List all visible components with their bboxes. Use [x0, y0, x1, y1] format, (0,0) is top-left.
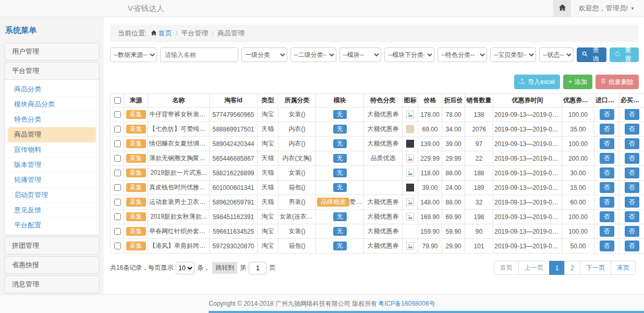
- coupon-amount-cell: 200.00: [562, 151, 594, 166]
- sidebar-item-user-management[interactable]: 用户管理: [4, 43, 100, 61]
- jump-prefix: 第: [240, 263, 246, 272]
- must-buy-toggle[interactable]: 否: [625, 109, 639, 120]
- breadcrumb-home-link[interactable]: 首页: [151, 29, 172, 38]
- row-checkbox[interactable]: [114, 111, 121, 118]
- coupon-amount-cell: 30.00: [562, 166, 594, 180]
- row-checkbox[interactable]: [114, 140, 121, 147]
- refresh-icon: [615, 51, 621, 58]
- import-select-toggle[interactable]: 否: [600, 167, 614, 178]
- import-select-toggle[interactable]: 否: [600, 240, 614, 251]
- jump-to-button[interactable]: 跳转到: [212, 262, 237, 274]
- pagination-bar: 共16条记录，每页显示 10 条， 跳转到 第 页 首页上一页12下一页末页: [110, 261, 639, 275]
- icp-link[interactable]: 粤ICP备16098006号: [378, 299, 435, 308]
- page-button[interactable]: 首页: [494, 261, 519, 275]
- module-none-badge: 无: [333, 212, 347, 221]
- import-select-toggle[interactable]: 否: [600, 211, 614, 222]
- horizontal-scrollbar[interactable]: [209, 311, 644, 313]
- must-buy-toggle[interactable]: 否: [625, 211, 639, 222]
- row-checkbox[interactable]: [114, 213, 121, 220]
- sidebar-submenu-item[interactable]: 宣传物料: [5, 142, 99, 158]
- sidebar-item[interactable]: 消息管理: [4, 275, 100, 293]
- sidebar-submenu-item[interactable]: 版本管理: [5, 158, 99, 173]
- table-row: 采集牛仔背带裤女秋装减龄...577479560965淘宝女装()无大额优惠券1…: [111, 107, 644, 122]
- jump-page-input[interactable]: [249, 262, 266, 274]
- name-cell: 2019新款女秋薄款...: [148, 210, 210, 224]
- data-source-select[interactable]: --数据来源--: [110, 47, 157, 62]
- sidebar-submenu-item[interactable]: 商品管理: [8, 127, 96, 142]
- page-button[interactable]: 下一页: [580, 261, 611, 275]
- sidebar-submenu-item[interactable]: 意见反馈: [5, 203, 99, 218]
- source-badge: 采集: [126, 168, 146, 177]
- must-buy-toggle[interactable]: 否: [625, 153, 639, 164]
- must-buy-toggle[interactable]: 否: [625, 182, 639, 193]
- add-button-label: 添加: [575, 78, 587, 87]
- import-select-toggle[interactable]: 否: [600, 182, 614, 193]
- sidebar-item[interactable]: 省惠快报: [4, 256, 100, 274]
- sales-cell: 97: [465, 137, 493, 151]
- must-buy-toggle[interactable]: 否: [625, 240, 639, 251]
- row-checkbox[interactable]: [114, 126, 121, 133]
- coupon-time-cell: 2019-09-13—2019-09-20: [493, 180, 562, 195]
- must-buy-toggle[interactable]: 否: [625, 138, 639, 149]
- import-select-toggle[interactable]: 否: [600, 109, 614, 120]
- sales-cell: 90: [465, 224, 493, 239]
- select-all-checkbox[interactable]: [114, 97, 121, 104]
- sidebar-submenu-item[interactable]: 轮播管理: [5, 173, 99, 188]
- icon-cell: [403, 210, 418, 224]
- must-buy-toggle[interactable]: 否: [625, 197, 639, 208]
- import-excel-button[interactable]: 导入excel: [514, 75, 560, 89]
- price-cell: 148.00: [418, 195, 442, 210]
- module-subcategory-select[interactable]: --模块下分类--: [384, 47, 434, 62]
- import-select-toggle[interactable]: 否: [600, 138, 614, 149]
- batch-delete-button[interactable]: 批量删除: [596, 75, 639, 89]
- trash-icon: [601, 78, 606, 86]
- module-select[interactable]: --模块--: [339, 47, 382, 62]
- import-select-toggle[interactable]: 否: [600, 226, 614, 237]
- name-cell: 【港风】单肩斜跨链条...: [148, 239, 210, 254]
- level2-category-select[interactable]: --二级分类--: [290, 47, 336, 62]
- icon-cell: [403, 180, 418, 195]
- status-select[interactable]: --状态--: [539, 47, 574, 62]
- home-button[interactable]: [553, 0, 571, 17]
- query-button[interactable]: 查询: [577, 47, 606, 62]
- row-checkbox[interactable]: [114, 184, 121, 191]
- sidebar-submenu-item[interactable]: 启动页管理: [5, 188, 99, 203]
- price-cell: 118.00: [418, 166, 442, 180]
- import-select-toggle[interactable]: 否: [600, 197, 614, 208]
- coupon-time-cell: 2019-09-13—2019-09-17: [493, 151, 562, 166]
- sidebar-submenu-item[interactable]: 平台配置: [5, 218, 99, 233]
- coupon-amount-cell: 35.00: [562, 122, 594, 137]
- name-search-input[interactable]: [160, 47, 238, 62]
- sidebar-submenu-item[interactable]: 商品分类: [5, 82, 99, 97]
- item-type-select[interactable]: --宝贝类型--: [490, 47, 536, 62]
- page-size-select[interactable]: 10: [176, 262, 195, 274]
- import-select-toggle[interactable]: 否: [600, 124, 614, 135]
- page-button[interactable]: 2: [564, 261, 580, 275]
- row-checkbox[interactable]: [114, 228, 121, 235]
- level1-category-select[interactable]: 一级分类: [241, 47, 287, 62]
- reset-button[interactable]: 重置: [610, 47, 639, 62]
- page-button[interactable]: 末页: [611, 261, 636, 275]
- module-label: 爱上运动: [349, 198, 364, 206]
- sidebar-item[interactable]: 拼团管理: [4, 237, 100, 255]
- sales-cell: 2076: [465, 122, 493, 137]
- select-all-header: [111, 94, 124, 107]
- row-checkbox[interactable]: [114, 155, 121, 162]
- row-checkbox[interactable]: [114, 170, 121, 176]
- sidebar-item-platform-management[interactable]: 平台管理: [4, 62, 100, 80]
- must-buy-toggle[interactable]: 否: [625, 124, 639, 135]
- add-button[interactable]: + 添加: [563, 75, 592, 89]
- sidebar-submenu-item[interactable]: 特色分类: [5, 112, 99, 127]
- row-checkbox[interactable]: [114, 243, 121, 249]
- import-select-toggle[interactable]: 否: [600, 153, 614, 164]
- user-menu[interactable]: 欢迎您，管理员! ▼: [578, 0, 635, 17]
- feature-category-select[interactable]: --特色分类--: [438, 47, 487, 62]
- page-button[interactable]: 上一页: [518, 261, 550, 275]
- row-checkbox[interactable]: [114, 199, 121, 206]
- must-buy-toggle[interactable]: 否: [625, 167, 639, 178]
- sidebar-submenu-item[interactable]: 模块商品分类: [5, 97, 99, 112]
- type-cell: 天猫: [258, 195, 278, 210]
- page-button[interactable]: 1: [549, 261, 565, 275]
- must-buy-toggle[interactable]: 否: [625, 226, 639, 237]
- feature-cell: 大额优惠券: [364, 137, 403, 151]
